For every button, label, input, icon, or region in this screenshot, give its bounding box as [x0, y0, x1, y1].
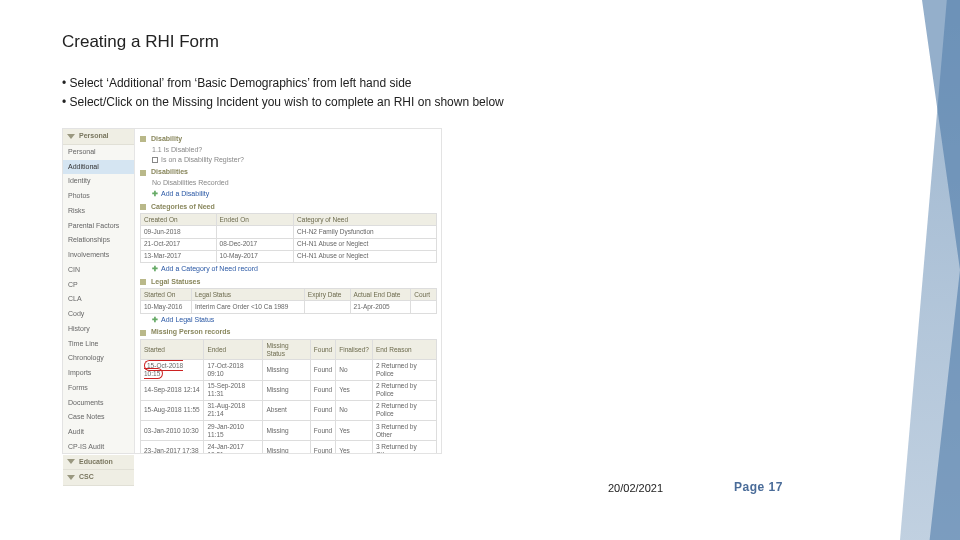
- square-icon: [140, 204, 146, 210]
- sidebar-item[interactable]: Risks: [63, 204, 134, 219]
- table-cell: 15-Oct-2018 10:15: [141, 360, 204, 380]
- table-row[interactable]: 10-May-2016Interim Care Order <10 Ca 198…: [141, 301, 437, 313]
- table-cell: 14-Sep-2018 12:14: [141, 380, 204, 400]
- table-cell: CH-N1 Abuse or Neglect: [294, 238, 437, 250]
- table-cell: Missing: [263, 421, 310, 441]
- table-row[interactable]: 15-Oct-2018 10:1517-Oct-2018 09:10Missin…: [141, 360, 437, 380]
- table-row[interactable]: 21-Oct-201708-Dec-2017CH-N1 Abuse or Neg…: [141, 238, 437, 250]
- plus-icon: ✚: [152, 316, 158, 325]
- page-title: Creating a RHI Form: [62, 32, 219, 52]
- sidebar-item[interactable]: Audit: [63, 425, 134, 440]
- sidebar-item[interactable]: Case Notes: [63, 410, 134, 425]
- table-cell: Yes: [336, 441, 373, 453]
- table-cell: Yes: [336, 380, 373, 400]
- add-link[interactable]: ✚Add a Category of Need record: [152, 265, 437, 274]
- section-header: Categories of Need: [140, 203, 437, 212]
- table-cell: No: [336, 400, 373, 420]
- sidebar-item[interactable]: Forms: [63, 381, 134, 396]
- table-row[interactable]: 09-Jun-2018CH-N2 Family Dysfunction: [141, 226, 437, 238]
- table-cell: 3 Returned by Other: [372, 421, 436, 441]
- table-cell: 15-Sep-2018 11:31: [204, 380, 263, 400]
- table-header-cell: Expiry Date: [304, 289, 350, 301]
- sidebar-item[interactable]: CP-IS Audit: [63, 440, 134, 455]
- sidebar-item[interactable]: CLA: [63, 292, 134, 307]
- triangle-icon: [67, 459, 75, 464]
- table-cell: Found: [310, 421, 335, 441]
- table-cell: [411, 301, 437, 313]
- table-cell: CH-N2 Family Dysfunction: [294, 226, 437, 238]
- add-link-label: Add a Category of Need record: [161, 265, 258, 274]
- table-row[interactable]: 14-Sep-2018 12:1415-Sep-2018 11:31Missin…: [141, 380, 437, 400]
- instruction-bullet: Select/Click on the Missing Incident you…: [62, 93, 504, 112]
- sidebar-item[interactable]: Personal: [63, 145, 134, 160]
- sidebar-item[interactable]: Involvements: [63, 248, 134, 263]
- section-title-text: Disabilities: [151, 168, 188, 177]
- table-cell: Found: [310, 380, 335, 400]
- table-cell: 09-Jun-2018: [141, 226, 217, 238]
- table-cell: 31-Aug-2018 21:14: [204, 400, 263, 420]
- table-header-cell: Ended: [204, 340, 263, 360]
- add-link[interactable]: ✚Add Legal Status: [152, 316, 437, 325]
- sidebar-item[interactable]: CIN: [63, 263, 134, 278]
- section-header: Disabilities: [140, 168, 437, 177]
- table-row[interactable]: 03-Jan-2010 10:3029-Jan-2010 11:15Missin…: [141, 421, 437, 441]
- square-icon: [140, 170, 146, 176]
- table-cell: 21-Apr-2005: [350, 301, 411, 313]
- table-row[interactable]: 15-Aug-2018 11:5531-Aug-2018 21:14Absent…: [141, 400, 437, 420]
- table-cell: 29-Jan-2010 11:15: [204, 421, 263, 441]
- table-cell: 3 Returned by Other: [372, 441, 436, 453]
- sidebar-item[interactable]: Imports: [63, 366, 134, 381]
- table-cell: [304, 301, 350, 313]
- section-header: Disability: [140, 135, 437, 144]
- table-header-cell: Ended On: [216, 214, 293, 226]
- footer-page: Page 17: [734, 480, 783, 494]
- table-cell: 2 Returned by Police: [372, 380, 436, 400]
- sidebar-group-header[interactable]: Personal: [63, 129, 134, 145]
- checkbox-icon[interactable]: [152, 157, 158, 163]
- table-row[interactable]: 23-Jan-2017 17:3824-Jan-2017 10:31Missin…: [141, 441, 437, 453]
- empty-state-text: No Disabilities Recorded: [152, 179, 437, 188]
- sidebar-item[interactable]: Time Line: [63, 337, 134, 352]
- add-link[interactable]: ✚Add a Disability: [152, 190, 437, 199]
- table-header-cell: Finalised?: [336, 340, 373, 360]
- table-header-cell: Created On: [141, 214, 217, 226]
- sidebar-item[interactable]: Photos: [63, 189, 134, 204]
- add-link-label: Add a Disability: [161, 190, 209, 199]
- sidebar: PersonalPersonalAdditionalIdentityPhotos…: [63, 129, 135, 453]
- table-cell: 24-Jan-2017 10:31: [204, 441, 263, 453]
- table-header-cell: Started On: [141, 289, 192, 301]
- table-row[interactable]: 13-Mar-201710-May-2017CH-N1 Abuse or Neg…: [141, 250, 437, 262]
- table-cell: Missing: [263, 441, 310, 453]
- table-header-cell: Started: [141, 340, 204, 360]
- sidebar-group-header[interactable]: CSC: [63, 470, 134, 486]
- section-header: Missing Person records: [140, 328, 437, 337]
- sidebar-group-label: CSC: [79, 473, 94, 482]
- table-cell: 03-Jan-2010 10:30: [141, 421, 204, 441]
- table-header-cell: Found: [310, 340, 335, 360]
- sidebar-group-header[interactable]: Education: [63, 455, 134, 471]
- table-cell: 15-Aug-2018 11:55: [141, 400, 204, 420]
- sidebar-item[interactable]: History: [63, 322, 134, 337]
- sidebar-item[interactable]: Parental Factors: [63, 219, 134, 234]
- section-title-text: Legal Statuses: [151, 278, 200, 287]
- section-header: Legal Statuses: [140, 278, 437, 287]
- checkbox-label: Is on a Disability Register?: [161, 156, 244, 163]
- sidebar-item[interactable]: CP: [63, 278, 134, 293]
- sidebar-group-label: Education: [79, 458, 113, 467]
- section-title-text: Categories of Need: [151, 203, 215, 212]
- sidebar-item[interactable]: Additional: [63, 160, 134, 175]
- sidebar-item[interactable]: Identity: [63, 174, 134, 189]
- table-cell: 23-Jan-2017 17:38: [141, 441, 204, 453]
- table-cell: Absent: [263, 400, 310, 420]
- disability-question: 1.1 Is Disabled?: [152, 146, 437, 155]
- app-screenshot: PersonalPersonalAdditionalIdentityPhotos…: [62, 128, 442, 454]
- sidebar-item[interactable]: Relationships: [63, 233, 134, 248]
- section-title-text: Missing Person records: [151, 328, 230, 337]
- triangle-icon: [67, 134, 75, 139]
- sidebar-item[interactable]: Chronology: [63, 351, 134, 366]
- plus-icon: ✚: [152, 265, 158, 274]
- table-cell: 17-Oct-2018 09:10: [204, 360, 263, 380]
- sidebar-item[interactable]: Documents: [63, 396, 134, 411]
- sidebar-item[interactable]: Cody: [63, 307, 134, 322]
- table-cell: 21-Oct-2017: [141, 238, 217, 250]
